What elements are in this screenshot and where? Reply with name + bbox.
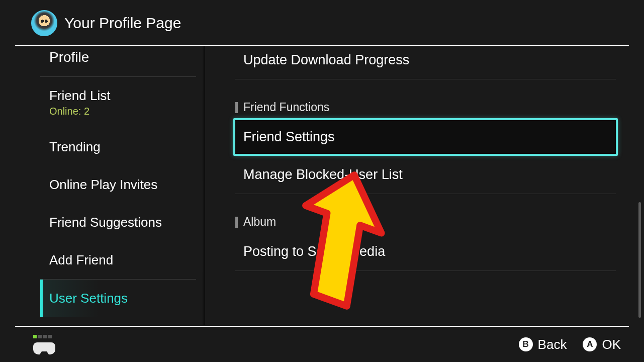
scrollbar[interactable] (638, 202, 641, 318)
footer: B Back A OK (0, 327, 644, 362)
header: Your Profile Page (0, 0, 644, 45)
back-button[interactable]: B Back (519, 337, 567, 352)
a-button-icon: A (583, 337, 597, 351)
content-item-label: Manage Blocked-User List (243, 167, 403, 182)
ok-button[interactable]: A OK (583, 337, 621, 352)
content-item-label: Friend Settings (243, 129, 335, 144)
sidebar-item-trending[interactable]: Trending (40, 128, 205, 166)
content-panel: Update Download Progress Friend Function… (205, 46, 644, 325)
sidebar-item-friend-list[interactable]: Friend List Online: 2 (40, 77, 205, 128)
page-title: Your Profile Page (64, 15, 181, 32)
sidebar-item-label: Friend List (49, 88, 110, 103)
sidebar-item-subtext: Online: 2 (49, 106, 196, 117)
back-label: Back (538, 337, 567, 352)
sidebar-item-label: Friend Suggestions (49, 215, 162, 230)
sidebar-item-add-friend[interactable]: Add Friend (40, 241, 205, 279)
section-heading-friend-functions: Friend Functions (235, 79, 616, 118)
sidebar-item-profile[interactable]: Profile (40, 46, 205, 76)
player-indicator-icon (33, 335, 55, 338)
footer-left (33, 335, 55, 354)
ok-label: OK (602, 337, 621, 352)
sidebar: Profile Friend List Online: 2 Trending O… (0, 46, 205, 325)
content-item-friend-settings[interactable]: Friend Settings (233, 118, 618, 156)
sidebar-item-friend-suggestions[interactable]: Friend Suggestions (40, 204, 205, 241)
sidebar-item-label: Add Friend (49, 252, 113, 267)
sidebar-item-label: User Settings (49, 291, 128, 306)
content-item-posting-social-media[interactable]: Posting to Social Media (235, 233, 616, 271)
content-item-manage-blocked-user-list[interactable]: Manage Blocked-User List (235, 156, 616, 194)
avatar[interactable] (31, 10, 57, 36)
content-item-label: Update Download Progress (243, 52, 409, 67)
sidebar-item-user-settings[interactable]: User Settings (40, 280, 205, 317)
content-item-update-download-progress[interactable]: Update Download Progress (235, 46, 616, 79)
footer-right: B Back A OK (519, 337, 621, 352)
sidebar-item-label: Online Play Invites (49, 177, 157, 192)
sidebar-item-label: Profile (49, 49, 89, 65)
body: Profile Friend List Online: 2 Trending O… (0, 46, 644, 325)
controller-icon (33, 341, 55, 354)
b-button-icon: B (519, 337, 533, 351)
section-heading-album: Album (235, 194, 616, 233)
sidebar-item-label: Trending (49, 139, 101, 154)
sidebar-item-online-play-invites[interactable]: Online Play Invites (40, 166, 205, 204)
content-item-label: Posting to Social Media (243, 244, 385, 259)
